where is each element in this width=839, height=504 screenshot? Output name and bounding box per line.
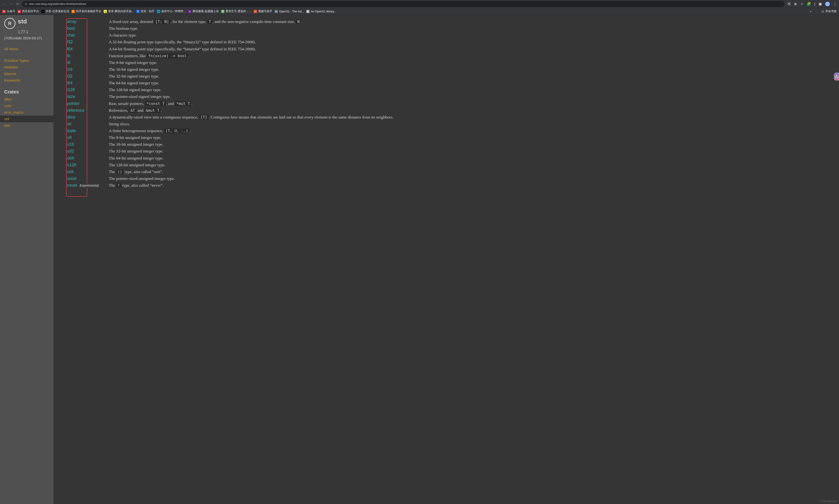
primitive-link[interactable]: u64 (67, 156, 74, 160)
primitive-row: tupleA finite heterogeneous sequence, (T… (67, 127, 836, 134)
primitive-description: A dynamically-sized view into a contiguo… (109, 114, 836, 120)
divider: | (815, 2, 815, 6)
bookmark-item[interactable]: 快快手创作者服务平台 (71, 10, 101, 13)
primitive-description: Function pointers, like fn(usize) -> boo… (109, 53, 836, 59)
rust-logo-icon[interactable]: R (4, 18, 16, 29)
sidebar-crate-link[interactable]: std (0, 116, 53, 122)
primitive-link[interactable]: i16 (67, 67, 72, 72)
bookmarks-bar: 头头条号▶西瓜创作平台♪抖音-记录美好生活快快手创作者服务平台🔔登录-腾讯内容开… (0, 8, 839, 15)
primitive-row: i16The 16-bit signed integer type. (67, 66, 836, 73)
all-items-link[interactable]: All Items (4, 46, 49, 52)
bookmark-item[interactable]: ◉An OpenGL library... (306, 10, 336, 13)
primitive-description: Raw, unsafe pointers, *const T, and *mut… (109, 101, 836, 107)
address-bar[interactable]: ⊡ doc.rust-lang.org/std/index.html#primi… (22, 1, 784, 7)
side-widget[interactable]: 🐼 (834, 73, 839, 80)
sidebar-crate-link[interactable]: proc_macro (4, 109, 49, 116)
sidebar-crate-link[interactable]: test (4, 122, 49, 129)
primitive-description: References, &T and &mut T. (109, 107, 836, 113)
primitive-link[interactable]: u8 (67, 135, 71, 140)
bookmark-star-icon[interactable]: ☆ (800, 2, 803, 6)
bookmark-favicon: ♪ (41, 10, 45, 13)
sidebar-crate-link[interactable]: core (4, 103, 49, 109)
back-button[interactable]: ← (2, 2, 6, 6)
primitive-link[interactable]: char (67, 33, 75, 37)
primitive-description: The 8-bit unsigned integer type. (109, 134, 836, 141)
reload-button[interactable]: ⟳ (16, 2, 19, 6)
primitive-link[interactable]: i32 (67, 74, 72, 78)
bookmark-item[interactable]: ∞视频号助手 (254, 10, 272, 13)
primitive-link[interactable]: usize (67, 176, 77, 181)
bookmarks-overflow-icon[interactable]: » (810, 10, 811, 13)
bookmark-item[interactable]: ♪抖音-记录美好生活 (41, 10, 69, 13)
sidebar-section-link[interactable]: Primitive Types (4, 57, 49, 64)
primitive-row: f64A 64-bit floating point type (specifi… (67, 46, 836, 52)
bookmark-label: 创作中心 - 哔哩哔... (161, 10, 186, 13)
translate-icon[interactable]: ⺢ (787, 2, 791, 6)
primitive-link[interactable]: reference (67, 108, 84, 113)
forward-button[interactable]: → (10, 2, 13, 6)
sidebar-section-link[interactable]: Modules (4, 64, 49, 71)
bookmark-item[interactable]: 🔔登录-腾讯内容开放... (104, 10, 134, 13)
primitive-link[interactable]: never (67, 183, 78, 187)
primitive-row: u8The 8-bit unsigned integer type. (67, 134, 836, 141)
bookmark-item[interactable]: GLOpenGL - The Ind... (275, 10, 304, 13)
primitive-link[interactable]: tuple (67, 128, 76, 133)
primitive-link[interactable]: bool (67, 26, 75, 31)
bookmark-item[interactable]: ▶西瓜创作平台 (18, 10, 39, 13)
primitive-link[interactable]: i8 (67, 60, 70, 65)
bookmark-label: 腾讯微视-短视频上传 (192, 10, 219, 13)
primitive-row: sliceA dynamically-sized view into a con… (67, 114, 836, 121)
extensions-icon[interactable]: 🧩 (807, 2, 811, 6)
primitive-row: i32The 32-bit signed integer type. (67, 73, 836, 79)
zoom-icon[interactable]: ⊕ (794, 2, 797, 6)
bookmark-favicon: ∞ (254, 10, 257, 13)
bookmark-item[interactable]: 爱爱奇艺号-爱创作，... (221, 10, 251, 13)
primitive-description: A 64-bit floating point type (specifical… (109, 46, 836, 52)
bookmark-item[interactable]: 知首页 - 知乎 (136, 10, 155, 13)
primitive-link[interactable]: str (67, 122, 71, 126)
bookmark-item[interactable]: 📺创作中心 - 哔哩哔... (157, 10, 186, 13)
bookmark-favicon: 快 (71, 10, 75, 13)
sidebar-section-link[interactable]: Macros (4, 71, 49, 77)
primitive-description: The ! type, also called “never”. (109, 182, 836, 188)
primitive-description: The 64-bit unsigned integer type. (109, 155, 836, 161)
crate-title[interactable]: std (18, 18, 27, 25)
site-info-icon[interactable]: ⊡ (25, 2, 27, 6)
primitive-row: f32A 32-bit floating point type (specifi… (67, 39, 836, 46)
primitive-link[interactable]: f32 (67, 40, 73, 44)
inline-code: *mut T (175, 101, 191, 106)
profile-avatar[interactable] (825, 2, 830, 6)
primitive-link[interactable]: u128 (67, 163, 76, 167)
bookmark-label: 快手创作者服务平台 (76, 10, 101, 13)
primitive-link[interactable]: i128 (67, 87, 75, 92)
primitive-link[interactable]: fn (67, 53, 71, 58)
primitive-row: boolThe boolean type. (67, 25, 836, 32)
divider: | (816, 10, 817, 13)
side-panel-icon[interactable]: ▣ (819, 2, 822, 6)
menu-icon[interactable]: ⋮ (833, 2, 837, 6)
all-bookmarks-button[interactable]: 🗀所有书签 (821, 10, 837, 13)
primitive-link[interactable]: u32 (67, 149, 74, 154)
bookmark-label: 登录-腾讯内容开放... (108, 10, 134, 13)
primitive-row: arrayA fixed-size array, denoted [T; N],… (67, 18, 836, 25)
primitive-link[interactable]: unit (67, 169, 74, 174)
primitive-link[interactable]: i64 (67, 80, 72, 85)
primitive-link[interactable]: pointer (67, 101, 80, 106)
bookmark-item[interactable]: 头头条号 (2, 10, 15, 13)
sidebar-section-link[interactable]: Keywords (4, 77, 49, 84)
primitive-link[interactable]: u16 (67, 142, 74, 147)
primitive-row: referenceReferences, &T and &mut T. (67, 107, 836, 114)
primitive-link[interactable]: f64 (67, 47, 73, 51)
primitive-link[interactable]: isize (67, 94, 75, 99)
bookmark-label: 抖音-记录美好生活 (46, 10, 69, 13)
primitive-row: i64The 64-bit signed integer type. (67, 79, 836, 86)
sidebar-crate-link[interactable]: alloc (4, 96, 49, 103)
primitive-description: The 64-bit signed integer type. (109, 80, 836, 86)
primitive-link[interactable]: array (67, 19, 76, 24)
inline-code: (T, U, ..) (164, 128, 189, 133)
url-text: doc.rust-lang.org/std/index.html#primiti… (29, 2, 86, 6)
primitive-row: unitThe () type, also called “unit”. (67, 168, 836, 175)
inline-code: [T; N] (154, 19, 170, 24)
bookmark-item[interactable]: ●腾讯微视-短视频上传 (188, 10, 219, 13)
primitive-link[interactable]: slice (67, 115, 75, 120)
